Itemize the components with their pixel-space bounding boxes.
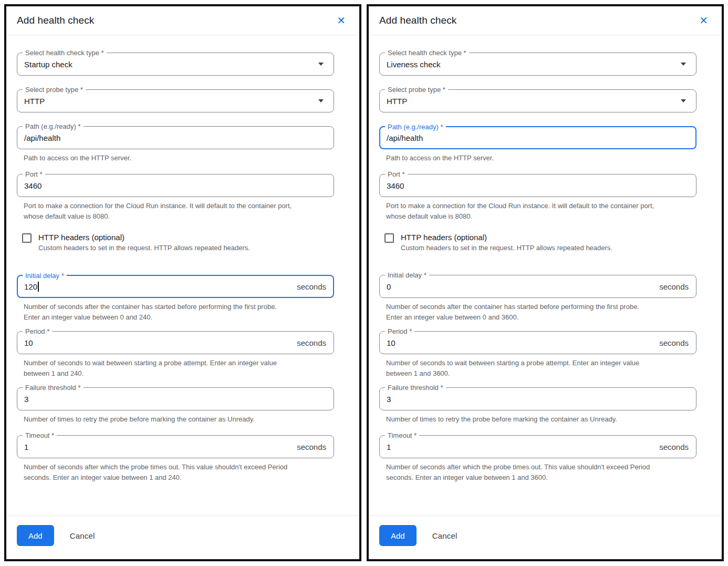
http-headers-checkbox[interactable] (384, 233, 394, 243)
field-value: 120 (24, 282, 37, 291)
field-value: 1 (24, 442, 28, 451)
dialog-footer: Add Cancel (6, 516, 359, 559)
http-headers-checkbox[interactable] (22, 233, 32, 243)
field-label: Select health check type * (385, 48, 469, 57)
timeout-input[interactable]: Timeout * 1 seconds (379, 435, 696, 458)
dropdown-arrow-icon (681, 99, 686, 102)
field-value: HTTP (24, 97, 45, 106)
cancel-button[interactable]: Cancel (432, 531, 457, 540)
initial-delay-input[interactable]: Initial delay * 0 seconds (379, 275, 696, 298)
field-label: Initial delay * (385, 271, 429, 280)
add-health-check-dialog: Add health check ✕ Select health check t… (367, 4, 724, 561)
field-label: Initial delay * (23, 271, 67, 280)
field-value: HTTP (387, 97, 407, 106)
field-value: 3460 (387, 181, 404, 190)
probe-type-select[interactable]: Select probe type * HTTP (17, 89, 334, 112)
dropdown-arrow-icon (681, 63, 686, 66)
field-value: 3 (387, 395, 391, 404)
helper-text: Number of seconds after the container ha… (386, 302, 696, 323)
unit-suffix: seconds (659, 282, 689, 291)
field-label: Timeout * (385, 431, 419, 440)
close-icon[interactable]: ✕ (699, 15, 708, 26)
http-headers-row: HTTP headers (optional) Custom headers t… (384, 232, 696, 253)
field-value: 3 (24, 395, 28, 404)
path-input[interactable]: Path (e.g./ready) * /api/health (379, 126, 696, 149)
field-label: Select health check type * (23, 48, 107, 57)
port-input[interactable]: Port * 3460 (17, 174, 334, 197)
health-check-type-select[interactable]: Select health check type * Liveness chec… (379, 53, 696, 76)
dropdown-arrow-icon (318, 99, 324, 102)
field-label: Failure threshold * (385, 383, 446, 392)
unit-suffix: seconds (659, 338, 689, 347)
unit-suffix: seconds (297, 442, 326, 451)
cancel-button[interactable]: Cancel (70, 531, 95, 540)
field-label: Select probe type * (385, 85, 448, 94)
field-value: 10 (387, 338, 396, 347)
unit-suffix: seconds (297, 282, 326, 291)
text-cursor (38, 282, 39, 292)
helper-text: Number of times to retry the probe befor… (24, 414, 334, 425)
helper-text: Port to make a connection for the Cloud … (24, 201, 334, 222)
checkbox-helper: Custom headers to set in the request. HT… (38, 243, 250, 253)
field-label: Timeout * (23, 431, 57, 440)
helper-text: Path to access on the HTTP server. (24, 153, 334, 163)
field-label: Select probe type * (23, 85, 86, 94)
field-label: Path (e.g./ready) * (385, 122, 446, 131)
timeout-input[interactable]: Timeout * 1 seconds (17, 435, 334, 458)
add-button[interactable]: Add (379, 525, 417, 546)
add-health-check-dialog: Add health check ✕ Select health check t… (4, 4, 361, 561)
period-input[interactable]: Period * 10 seconds (17, 331, 334, 354)
unit-suffix: seconds (659, 442, 689, 451)
field-label: Path (e.g./ready) * (23, 122, 84, 131)
helper-text: Number of seconds to wait between starti… (24, 358, 334, 379)
field-value: /api/health (387, 133, 423, 142)
add-button[interactable]: Add (17, 525, 54, 546)
port-input[interactable]: Port * 3460 (379, 174, 696, 197)
failure-threshold-input[interactable]: Failure threshold * 3 (379, 387, 696, 410)
helper-text: Number of times to retry the probe befor… (386, 414, 696, 425)
dialog-body: Select health check type * Liveness chec… (369, 35, 722, 516)
dialog-title: Add health check (17, 15, 94, 26)
period-input[interactable]: Period * 10 seconds (379, 331, 696, 354)
health-check-type-select[interactable]: Select health check type * Startup check (17, 53, 334, 76)
failure-threshold-input[interactable]: Failure threshold * 3 (17, 387, 334, 410)
path-input[interactable]: Path (e.g./ready) * /api/health (17, 126, 334, 149)
helper-text: Number of seconds to wait between starti… (386, 358, 696, 379)
helper-text: Number of seconds after the container ha… (24, 302, 334, 323)
dropdown-arrow-icon (318, 63, 324, 66)
probe-type-select[interactable]: Select probe type * HTTP (379, 89, 696, 112)
field-value: 1 (387, 442, 391, 451)
field-value: 3460 (24, 181, 41, 190)
checkbox-label: HTTP headers (optional) (38, 233, 124, 242)
close-icon[interactable]: ✕ (337, 15, 346, 26)
field-label: Port * (385, 170, 408, 179)
field-value: 10 (24, 338, 33, 347)
field-label: Failure threshold * (23, 383, 84, 392)
field-label: Period * (23, 327, 52, 336)
dialog-header: Add health check ✕ (369, 6, 722, 35)
http-headers-row: HTTP headers (optional) Custom headers t… (22, 232, 334, 253)
checkbox-label: HTTP headers (optional) (401, 233, 487, 242)
checkbox-helper: Custom headers to set in the request. HT… (401, 243, 612, 253)
field-value: 0 (387, 282, 391, 291)
field-label: Period * (385, 327, 414, 336)
helper-text: Path to access on the HTTP server. (386, 153, 696, 163)
field-value: /api/health (24, 133, 60, 142)
helper-text: Number of seconds after which the probe … (386, 462, 696, 483)
field-value: Liveness check (387, 60, 441, 69)
initial-delay-input[interactable]: Initial delay * 120 seconds (17, 275, 334, 298)
dialog-footer: Add Cancel (369, 516, 722, 559)
helper-text: Port to make a connection for the Cloud … (386, 201, 696, 222)
dialog-title: Add health check (379, 15, 456, 26)
dialog-header: Add health check ✕ (6, 6, 359, 35)
field-label: Port * (23, 170, 45, 179)
unit-suffix: seconds (297, 338, 326, 347)
helper-text: Number of seconds after which the probe … (24, 462, 334, 483)
dialog-body: Select health check type * Startup check… (6, 35, 359, 516)
field-value: Startup check (24, 60, 72, 69)
